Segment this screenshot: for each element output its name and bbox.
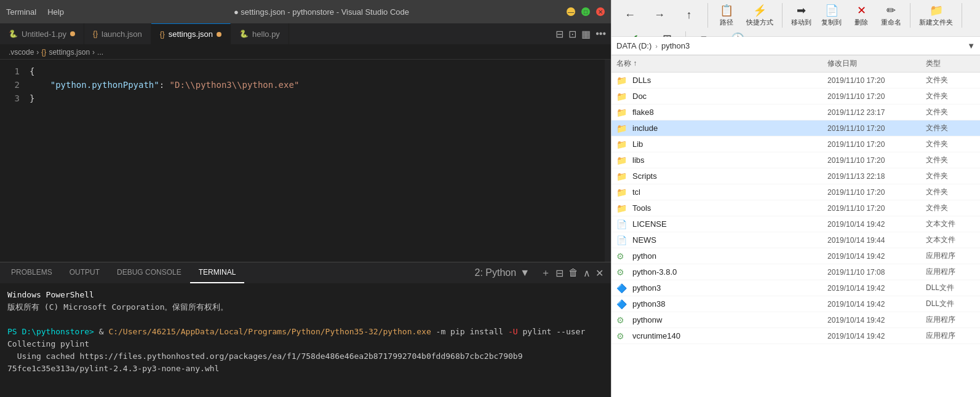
file-row-lib[interactable]: 📁 Lib 2019/11/10 17:20 文件夹	[612, 136, 980, 152]
split-editor-icon[interactable]: ⊟	[556, 28, 564, 40]
addr-dropdown-icon[interactable]: ▼	[967, 41, 975, 50]
file-row-scripts[interactable]: 📁 Scripts 2019/11/13 22:18 文件夹	[612, 168, 980, 184]
term-line-2: 版权所有 (C) Microsoft Corporation。保留所有权利。	[7, 301, 604, 313]
folder-icon: 📁	[616, 76, 629, 85]
tab-spacer	[289, 23, 551, 44]
tab-untitled[interactable]: 🐍 Untitled-1.py	[0, 23, 84, 44]
file-type-news: 文本文件	[926, 235, 975, 245]
file-row-doc[interactable]: 📁 Doc 2019/11/10 17:20 文件夹	[612, 88, 980, 104]
py-icon: 🐍	[9, 29, 18, 38]
explorer-addressbar[interactable]: DATA (D:) › python3 ▼	[612, 37, 980, 55]
titlebar-controls[interactable]: — □ ✕	[567, 7, 605, 16]
tb-delete-button[interactable]: ✕ 删除	[848, 2, 875, 28]
file-date-libs: 2019/11/10 17:20	[827, 156, 926, 165]
tab-output[interactable]: OUTPUT	[61, 262, 108, 283]
maximize-button[interactable]: □	[581, 7, 590, 16]
file-row-python38[interactable]: 🔷 python38 2019/10/14 19:42 DLL文件	[612, 296, 980, 312]
expand-terminal-icon[interactable]: ∧	[583, 267, 591, 279]
file-type-dlls: 文件夹	[926, 75, 975, 85]
file-date-pythonw: 2019/10/14 19:42	[827, 316, 926, 324]
tab-terminal[interactable]: TERMINAL	[190, 262, 245, 283]
json-colon: :	[159, 80, 170, 90]
delete-terminal-icon[interactable]: 🗑	[568, 267, 578, 278]
tb-sep-4	[962, 3, 962, 28]
layout-icon[interactable]: ▦	[581, 28, 591, 40]
file-row-flake8[interactable]: 📁 flake8 2019/11/12 23:17 文件夹	[612, 104, 980, 120]
tb-sep-3	[910, 3, 910, 28]
terminal-selector[interactable]: 2: Python ▼	[469, 267, 536, 278]
file-row-tools[interactable]: 📁 Tools 2019/11/10 17:20 文件夹	[612, 200, 980, 216]
code-content[interactable]: { "python.pythonPpyath": "D:\\python3\\p…	[25, 60, 605, 262]
titlebar-menu[interactable]: Terminal Help	[6, 7, 64, 17]
tab-launch[interactable]: {} launch.json	[84, 23, 151, 44]
tb-move-button[interactable]: ➡ 移动到	[787, 2, 815, 28]
tab-dot-2	[217, 32, 221, 37]
menu-terminal[interactable]: Terminal	[6, 7, 36, 17]
folder-icon: 📁	[616, 187, 629, 197]
file-name-python38: python38	[632, 299, 827, 309]
file-date-lib: 2019/11/10 17:20	[827, 140, 926, 149]
close-panel-icon[interactable]: ✕	[596, 267, 604, 279]
col-header-date[interactable]: 修改日期	[827, 58, 926, 69]
folder-icon: 📁	[616, 124, 629, 133]
tb-copy-button[interactable]: 📄 复制到	[818, 2, 845, 28]
toggle-panel-icon[interactable]: ⊡	[568, 28, 576, 40]
file-row-news[interactable]: 📄 NEWS 2019/10/14 19:44 文本文件	[612, 232, 980, 248]
folder-icon: 📁	[616, 108, 629, 117]
col-header-type[interactable]: 类型	[926, 58, 975, 69]
file-row-tcl[interactable]: 📁 tcl 2019/11/10 17:20 文件夹	[612, 184, 980, 200]
file-date-flake8: 2019/11/12 23:17	[827, 108, 926, 117]
tab-actions[interactable]: ⊟ ⊡ ▦ •••	[551, 23, 611, 44]
tab-launch-label: launch.json	[102, 29, 142, 39]
tb-up-button[interactable]: ↑	[675, 7, 703, 23]
file-date-python38: 2019/10/14 19:42	[827, 300, 926, 309]
scrollbar-right[interactable]	[605, 60, 611, 262]
tab-debug-console[interactable]: DEBUG CONSOLE	[108, 262, 190, 283]
terminal-dropdown-icon[interactable]: ▼	[520, 267, 530, 278]
tb-move-label: 移动到	[791, 18, 811, 27]
minimize-button[interactable]: —	[567, 7, 575, 16]
tab-problems[interactable]: PROBLEMS	[2, 262, 61, 283]
breadcrumb-settings[interactable]: settings.json	[49, 48, 90, 57]
file-row-libs[interactable]: 📁 libs 2019/11/10 17:20 文件夹	[612, 152, 980, 168]
tb-newfolder-button[interactable]: 📁 新建文件夹	[915, 2, 957, 28]
breadcrumb-dots: ...	[97, 48, 103, 57]
col-header-name[interactable]: 名称 ↑	[616, 58, 827, 69]
vsc-icon: 🔷	[616, 283, 629, 293]
folder-icon: 📁	[616, 171, 629, 181]
panel-tab-actions[interactable]: 2: Python ▼ ＋ ⊟ 🗑 ∧ ✕	[469, 262, 608, 283]
file-row-dlls[interactable]: 📁 DLLs 2019/11/10 17:20 文件夹	[612, 73, 980, 88]
file-row-python380[interactable]: ⚙ python-3.8.0 2019/11/10 17:08 应用程序	[612, 264, 980, 280]
file-name-vcruntime: vcruntime140	[632, 331, 827, 340]
menu-help[interactable]: Help	[47, 7, 64, 17]
close-button[interactable]: ✕	[596, 7, 605, 16]
tb-rename-button[interactable]: ✏ 重命名	[877, 2, 905, 28]
file-row-license[interactable]: 📄 LICENSE 2019/10/14 19:42 文本文件	[612, 216, 980, 232]
tb-shortcut-button[interactable]: ⚡ 快捷方式	[743, 2, 777, 28]
file-type-libs: 文件夹	[926, 155, 975, 165]
tb-back-button[interactable]: ←	[616, 7, 643, 23]
split-terminal-icon[interactable]: ⊟	[556, 267, 564, 279]
file-row-python[interactable]: ⚙ python 2019/10/14 19:42 应用程序	[612, 248, 980, 264]
file-date-tcl: 2019/11/10 17:20	[827, 188, 926, 197]
forward-icon: →	[654, 9, 665, 22]
tab-hello[interactable]: 🐍 hello.py	[231, 23, 289, 44]
tb-forward-button[interactable]: →	[646, 7, 673, 23]
tb-path-button[interactable]: 📋 路径	[713, 2, 740, 28]
file-date-scripts: 2019/11/13 22:18	[827, 172, 926, 181]
file-row-python3[interactable]: 🔷 python3 2019/10/14 19:42 DLL文件	[612, 280, 980, 296]
terminal-body[interactable]: Windows PowerShell 版权所有 (C) Microsoft Co…	[0, 284, 611, 397]
file-row-pythonw[interactable]: ⚙ pythonw 2019/10/14 19:42 应用程序	[612, 312, 980, 328]
more-actions-icon[interactable]: •••	[596, 28, 606, 39]
path-icon: 📋	[720, 4, 733, 17]
breadcrumb-vscode[interactable]: .vscode	[9, 48, 34, 57]
file-row-include[interactable]: 📁 include 2019/11/10 17:20 文件夹	[612, 120, 980, 136]
file-row-vcruntime[interactable]: ⚙ vcruntime140 2019/10/14 19:42 应用程序	[612, 328, 980, 344]
tab-settings[interactable]: {} settings.json	[151, 23, 231, 44]
file-name-dlls: DLLs	[632, 76, 827, 85]
add-terminal-icon[interactable]: ＋	[541, 267, 551, 280]
move-icon: ➡	[797, 4, 806, 17]
json-key: "python.pythonPpyath"	[50, 80, 159, 90]
tab-untitled-label: Untitled-1.py	[22, 29, 66, 39]
line-numbers: 1 2 3	[0, 60, 25, 262]
